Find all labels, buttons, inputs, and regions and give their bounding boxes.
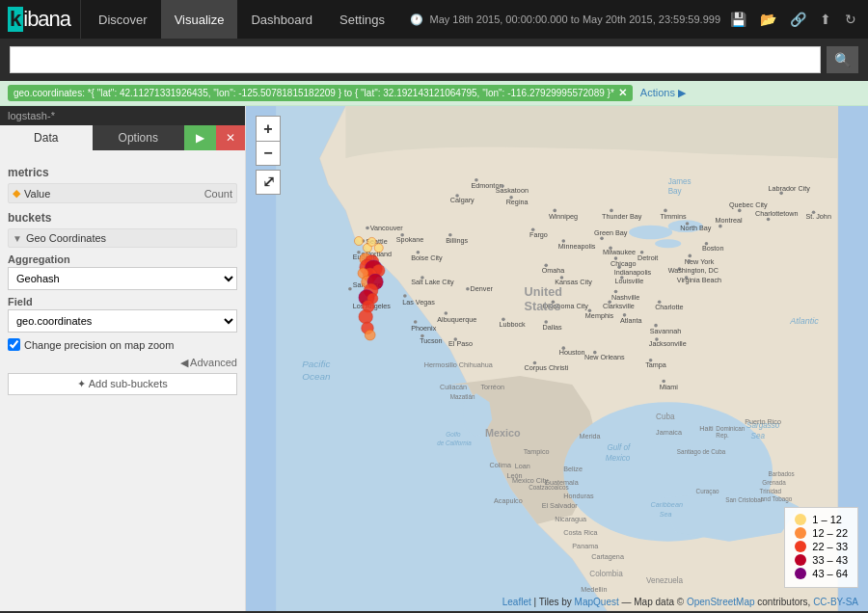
actions-link[interactable]: Actions ▶ (640, 87, 686, 99)
refresh-icon[interactable]: ↻ (841, 8, 860, 31)
osm-link[interactable]: OpenStreetMap (687, 597, 755, 607)
svg-point-178 (367, 237, 376, 246)
svg-point-4 (655, 239, 681, 248)
svg-text:and Tobago: and Tobago (760, 495, 792, 503)
nav-settings[interactable]: Settings (326, 0, 398, 39)
tab-options[interactable]: Options (93, 125, 185, 150)
svg-point-195 (365, 330, 375, 340)
map-container[interactable]: Pacific Ocean Atlantic Sargasso Sea Gulf… (246, 106, 868, 611)
legend-dot-3 (795, 541, 806, 552)
svg-text:Acapulco: Acapulco (494, 496, 523, 505)
svg-text:Mexico: Mexico (485, 427, 521, 439)
clock-icon: 🕐 (410, 13, 423, 26)
svg-text:Cartagena: Cartagena (591, 552, 625, 561)
metrics-title: metrics (8, 166, 237, 179)
add-sub-buckets-button[interactable]: ✦ Add sub-buckets (8, 373, 237, 395)
svg-text:Pacific: Pacific (302, 359, 330, 369)
svg-text:Tampa: Tampa (645, 360, 667, 369)
svg-text:Ocean: Ocean (302, 371, 331, 382)
run-button[interactable]: ▶ (184, 125, 216, 150)
svg-text:James: James (668, 177, 692, 186)
svg-text:Santiago de Cuba: Santiago de Cuba (677, 448, 726, 456)
svg-text:Merida: Merida (580, 432, 602, 440)
bucket-row-geo[interactable]: ▼ Geo Coordinates (8, 228, 237, 248)
svg-text:Trinidad: Trinidad (760, 488, 782, 494)
svg-point-131 (767, 218, 771, 222)
svg-text:Charlotte: Charlotte (655, 303, 683, 311)
svg-text:Calgary: Calgary (450, 196, 475, 204)
svg-text:Venezuela: Venezuela (646, 576, 683, 585)
legend-range-4: 33 – 43 (812, 554, 848, 566)
svg-text:Phoenix: Phoenix (411, 324, 436, 333)
field-select[interactable]: geo.coordinates (8, 309, 237, 333)
svg-text:Sea: Sea (751, 432, 766, 440)
svg-text:Montreal: Montreal (715, 216, 742, 225)
svg-text:North Bay: North Bay (680, 224, 711, 232)
svg-text:Washington, DC: Washington, DC (668, 266, 719, 275)
zoom-out-button[interactable]: − (256, 141, 281, 166)
load-icon[interactable]: 📂 (756, 8, 780, 31)
nav-visualize[interactable]: Visualize (161, 0, 238, 39)
svg-text:Colombia: Colombia (589, 570, 623, 578)
sidebar-content: metrics ◆ Value Count buckets ▼ Geo Coor… (0, 150, 245, 403)
nav-dashboard[interactable]: Dashboard (237, 0, 326, 39)
svg-text:Haiti: Haiti (699, 424, 714, 433)
svg-point-96 (688, 259, 692, 263)
nav-discover[interactable]: Discover (85, 0, 161, 39)
svg-text:Mexico: Mexico (606, 454, 631, 463)
svg-text:Lubbock: Lubbock (499, 320, 526, 329)
license-link[interactable]: CC-BY-SA (813, 597, 858, 607)
svg-text:Cuba: Cuba (656, 106, 675, 108)
svg-text:Omaha: Omaha (542, 266, 566, 275)
filter-remove[interactable]: ✕ (618, 87, 627, 99)
svg-text:Nicaragua: Nicaragua (555, 515, 587, 523)
search-input[interactable] (10, 46, 821, 73)
tab-data[interactable]: Data (0, 125, 93, 150)
svg-point-176 (354, 237, 363, 246)
fit-bounds-button[interactable]: ⤢ (256, 170, 281, 195)
svg-text:Indianapolis: Indianapolis (614, 268, 652, 277)
zoom-in-button[interactable]: + (256, 116, 281, 141)
map-legend: 1 – 12 12 – 22 22 – 33 33 – 43 43 – 64 (784, 507, 858, 588)
bucket-toggle[interactable]: ▼ (13, 233, 22, 244)
svg-text:Savannah: Savannah (650, 327, 682, 335)
svg-text:Caribbean: Caribbean (651, 500, 683, 509)
svg-text:San Cristobal: San Cristobal (725, 496, 762, 503)
svg-text:Green Bay: Green Bay (594, 228, 628, 237)
logo-rest: ibana (23, 7, 70, 32)
mapquest-link[interactable]: MapQuest (575, 597, 619, 607)
buckets-title: buckets (8, 211, 237, 225)
embed-icon[interactable]: ⬆ (816, 8, 835, 31)
close-button[interactable]: ✕ (216, 125, 245, 150)
field-label: Field (8, 296, 237, 307)
svg-text:United: United (525, 285, 562, 299)
sidebar: logstash-* Data Options ▶ ✕ metrics ◆ Va… (0, 106, 246, 611)
share-icon[interactable]: 🔗 (786, 8, 810, 31)
precision-checkbox[interactable] (8, 338, 20, 351)
svg-point-28 (466, 287, 470, 291)
svg-text:St. John: St. John (805, 212, 830, 221)
advanced-link[interactable]: ◀ Advanced (8, 357, 237, 369)
svg-text:Sea: Sea (660, 510, 672, 519)
svg-text:Charlottetown: Charlottetown (755, 209, 799, 218)
svg-text:Grenada: Grenada (762, 479, 786, 486)
svg-text:Detroit: Detroit (637, 253, 658, 262)
precision-label: Change precision on map zoom (24, 339, 174, 351)
svg-text:Honduras: Honduras (563, 492, 594, 500)
save-icon[interactable]: 💾 (726, 8, 750, 31)
svg-text:Regina: Regina (506, 198, 529, 206)
svg-text:Corpus Christi: Corpus Christi (525, 363, 569, 372)
filter-pill[interactable]: geo.coordinates: *{ "lat": 42.1127133192… (8, 85, 633, 101)
search-button[interactable]: 🔍 (827, 46, 858, 73)
svg-text:Dallas: Dallas (543, 323, 562, 332)
leaflet-link[interactable]: Leaflet (502, 597, 531, 607)
svg-text:Vancouver: Vancouver (370, 224, 404, 232)
svg-text:Chihuahua: Chihuahua (459, 360, 494, 369)
svg-text:Loan: Loan (515, 462, 530, 470)
svg-text:Memphis: Memphis (585, 311, 614, 320)
svg-text:Jamaica: Jamaica (656, 429, 683, 438)
aggregation-select[interactable]: Geohash (8, 267, 237, 290)
svg-text:Atlantic: Atlantic (789, 316, 819, 326)
svg-text:Rep.: Rep. (716, 432, 729, 440)
bucket-label: Geo Coordinates (26, 232, 106, 244)
